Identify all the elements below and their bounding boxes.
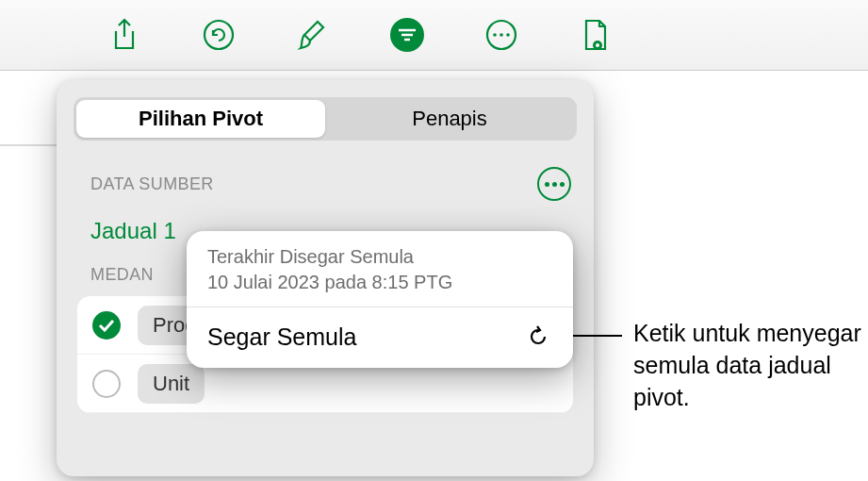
tab-filters[interactable]: Penapis bbox=[325, 100, 574, 138]
svg-point-6 bbox=[493, 33, 497, 37]
document-view-icon bbox=[581, 17, 611, 53]
svg-point-10 bbox=[596, 43, 599, 47]
undo-icon bbox=[202, 18, 236, 52]
more-button[interactable] bbox=[479, 12, 524, 58]
sheet-edge bbox=[0, 71, 57, 146]
svg-point-0 bbox=[205, 21, 233, 49]
share-button[interactable] bbox=[102, 12, 147, 58]
source-data-header: DATA SUMBER bbox=[74, 158, 577, 210]
last-refreshed-value: 10 Julai 2023 pada 8:15 PTG bbox=[207, 270, 552, 295]
tab-pivot-options[interactable]: Pilihan Pivot bbox=[76, 100, 325, 138]
field-pill[interactable]: Unit bbox=[138, 364, 205, 404]
svg-point-7 bbox=[500, 33, 503, 37]
toolbar bbox=[0, 0, 868, 71]
source-data-title: DATA SUMBER bbox=[90, 174, 214, 194]
document-view-button[interactable] bbox=[573, 12, 618, 58]
share-icon bbox=[110, 18, 139, 52]
checkmark-icon[interactable] bbox=[92, 311, 121, 340]
refresh-icon bbox=[524, 323, 552, 351]
last-refreshed-info: Terakhir Disegar Semula 10 Julai 2023 pa… bbox=[187, 231, 573, 307]
source-data-more-button[interactable] bbox=[537, 167, 571, 201]
unchecked-circle-icon[interactable] bbox=[92, 370, 121, 398]
refresh-button-label: Segar Semula bbox=[207, 323, 356, 351]
undo-button[interactable] bbox=[196, 12, 241, 58]
callout-text: Ketik untuk menyegar semula data jadual … bbox=[633, 318, 868, 413]
organize-button[interactable] bbox=[385, 12, 430, 58]
format-button[interactable] bbox=[290, 12, 336, 58]
segmented-control: Pilihan Pivot Penapis bbox=[74, 97, 577, 141]
refresh-popover: Terakhir Disegar Semula 10 Julai 2023 pa… bbox=[187, 231, 573, 368]
svg-point-8 bbox=[506, 33, 510, 37]
organize-icon bbox=[389, 17, 425, 53]
last-refreshed-label: Terakhir Disegar Semula bbox=[207, 244, 552, 270]
more-icon bbox=[484, 18, 518, 52]
refresh-button[interactable]: Segar Semula bbox=[187, 307, 573, 368]
brush-icon bbox=[297, 18, 329, 52]
